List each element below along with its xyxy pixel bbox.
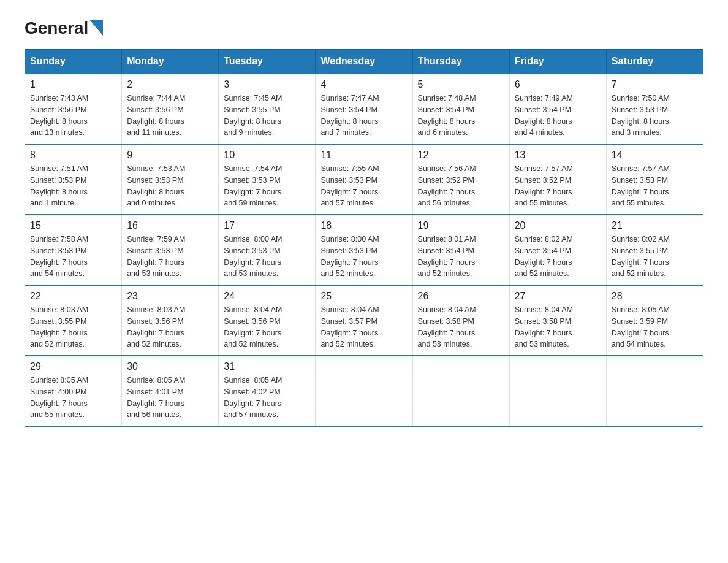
- day-info: Sunrise: 7:58 AM Sunset: 3:53 PM Dayligh…: [30, 234, 116, 280]
- day-info: Sunrise: 8:05 AM Sunset: 4:02 PM Dayligh…: [224, 375, 310, 421]
- day-info: Sunrise: 8:02 AM Sunset: 3:54 PM Dayligh…: [515, 234, 601, 280]
- calendar-cell: 25Sunrise: 8:04 AM Sunset: 3:57 PM Dayli…: [316, 285, 412, 356]
- day-number: 10: [224, 150, 310, 161]
- day-number: 20: [515, 220, 601, 231]
- calendar-cell: 15Sunrise: 7:58 AM Sunset: 3:53 PM Dayli…: [25, 215, 122, 285]
- calendar-cell: 12Sunrise: 7:56 AM Sunset: 3:52 PM Dayli…: [412, 144, 509, 215]
- calendar-week-row: 15Sunrise: 7:58 AM Sunset: 3:53 PM Dayli…: [25, 215, 703, 285]
- svg-marker-0: [89, 20, 103, 36]
- day-info: Sunrise: 7:51 AM Sunset: 3:53 PM Dayligh…: [30, 163, 116, 209]
- day-info: Sunrise: 7:45 AM Sunset: 3:55 PM Dayligh…: [224, 93, 310, 139]
- col-header-sunday: Sunday: [25, 50, 122, 74]
- col-header-wednesday: Wednesday: [316, 50, 412, 74]
- day-info: Sunrise: 7:50 AM Sunset: 3:53 PM Dayligh…: [612, 93, 698, 139]
- day-info: Sunrise: 7:53 AM Sunset: 3:53 PM Dayligh…: [127, 163, 213, 209]
- day-info: Sunrise: 8:05 AM Sunset: 4:00 PM Dayligh…: [30, 375, 116, 421]
- calendar-cell: 20Sunrise: 8:02 AM Sunset: 3:54 PM Dayli…: [509, 215, 606, 285]
- day-info: Sunrise: 7:44 AM Sunset: 3:56 PM Dayligh…: [127, 93, 213, 139]
- day-number: 13: [515, 150, 601, 161]
- calendar-cell: [412, 356, 509, 426]
- day-number: 30: [127, 361, 213, 372]
- day-info: Sunrise: 8:01 AM Sunset: 3:54 PM Dayligh…: [418, 234, 504, 280]
- day-number: 24: [224, 291, 310, 302]
- logo: General: [25, 18, 103, 37]
- calendar-cell: 10Sunrise: 7:54 AM Sunset: 3:53 PM Dayli…: [219, 144, 316, 215]
- calendar-cell: 30Sunrise: 8:05 AM Sunset: 4:01 PM Dayli…: [122, 356, 219, 426]
- day-info: Sunrise: 8:04 AM Sunset: 3:56 PM Dayligh…: [224, 304, 310, 350]
- calendar-table: SundayMondayTuesdayWednesdayThursdayFrid…: [25, 49, 703, 427]
- day-info: Sunrise: 7:57 AM Sunset: 3:53 PM Dayligh…: [612, 163, 698, 209]
- day-number: 14: [612, 150, 698, 161]
- day-info: Sunrise: 8:05 AM Sunset: 3:59 PM Dayligh…: [612, 304, 698, 350]
- day-number: 29: [30, 361, 116, 372]
- day-info: Sunrise: 7:56 AM Sunset: 3:52 PM Dayligh…: [418, 163, 504, 209]
- calendar-cell: 6Sunrise: 7:49 AM Sunset: 3:54 PM Daylig…: [509, 74, 606, 144]
- day-number: 27: [515, 291, 601, 302]
- calendar-cell: [509, 356, 606, 426]
- day-number: 4: [320, 79, 407, 90]
- calendar-cell: 27Sunrise: 8:04 AM Sunset: 3:58 PM Dayli…: [509, 285, 606, 356]
- logo-general: General: [25, 20, 88, 37]
- calendar-cell: 29Sunrise: 8:05 AM Sunset: 4:00 PM Dayli…: [25, 356, 122, 426]
- day-info: Sunrise: 7:59 AM Sunset: 3:53 PM Dayligh…: [127, 234, 213, 280]
- day-number: 19: [418, 220, 504, 231]
- calendar-cell: 28Sunrise: 8:05 AM Sunset: 3:59 PM Dayli…: [606, 285, 703, 356]
- calendar-cell: [316, 356, 412, 426]
- day-number: 9: [127, 150, 213, 161]
- day-number: 1: [30, 79, 116, 90]
- day-info: Sunrise: 8:02 AM Sunset: 3:55 PM Dayligh…: [612, 234, 698, 280]
- page-header: General: [25, 18, 703, 37]
- calendar-cell: 21Sunrise: 8:02 AM Sunset: 3:55 PM Dayli…: [606, 215, 703, 285]
- day-number: 28: [612, 291, 698, 302]
- day-number: 21: [612, 220, 698, 231]
- day-info: Sunrise: 8:04 AM Sunset: 3:57 PM Dayligh…: [320, 304, 407, 350]
- calendar-week-row: 1Sunrise: 7:43 AM Sunset: 3:56 PM Daylig…: [25, 74, 703, 144]
- day-number: 16: [127, 220, 213, 231]
- calendar-cell: 14Sunrise: 7:57 AM Sunset: 3:53 PM Dayli…: [606, 144, 703, 215]
- day-info: Sunrise: 7:54 AM Sunset: 3:53 PM Dayligh…: [224, 163, 310, 209]
- calendar-cell: 11Sunrise: 7:55 AM Sunset: 3:53 PM Dayli…: [316, 144, 412, 215]
- calendar-cell: 31Sunrise: 8:05 AM Sunset: 4:02 PM Dayli…: [219, 356, 316, 426]
- day-number: 17: [224, 220, 310, 231]
- day-info: Sunrise: 8:03 AM Sunset: 3:56 PM Dayligh…: [127, 304, 213, 350]
- day-info: Sunrise: 7:57 AM Sunset: 3:52 PM Dayligh…: [515, 163, 601, 209]
- day-number: 12: [418, 150, 504, 161]
- calendar-cell: 19Sunrise: 8:01 AM Sunset: 3:54 PM Dayli…: [412, 215, 509, 285]
- day-info: Sunrise: 8:00 AM Sunset: 3:53 PM Dayligh…: [320, 234, 407, 280]
- calendar-cell: 3Sunrise: 7:45 AM Sunset: 3:55 PM Daylig…: [219, 74, 316, 144]
- calendar-cell: 24Sunrise: 8:04 AM Sunset: 3:56 PM Dayli…: [219, 285, 316, 356]
- calendar-cell: 17Sunrise: 8:00 AM Sunset: 3:53 PM Dayli…: [219, 215, 316, 285]
- calendar-cell: 13Sunrise: 7:57 AM Sunset: 3:52 PM Dayli…: [509, 144, 606, 215]
- col-header-friday: Friday: [509, 50, 606, 74]
- day-info: Sunrise: 8:03 AM Sunset: 3:55 PM Dayligh…: [30, 304, 116, 350]
- calendar-cell: 22Sunrise: 8:03 AM Sunset: 3:55 PM Dayli…: [25, 285, 122, 356]
- day-info: Sunrise: 8:04 AM Sunset: 3:58 PM Dayligh…: [418, 304, 504, 350]
- col-header-monday: Monday: [122, 50, 219, 74]
- calendar-cell: 23Sunrise: 8:03 AM Sunset: 3:56 PM Dayli…: [122, 285, 219, 356]
- day-number: 8: [30, 150, 116, 161]
- calendar-week-row: 22Sunrise: 8:03 AM Sunset: 3:55 PM Dayli…: [25, 285, 703, 356]
- calendar-cell: 2Sunrise: 7:44 AM Sunset: 3:56 PM Daylig…: [122, 74, 219, 144]
- day-number: 15: [30, 220, 116, 231]
- day-info: Sunrise: 8:05 AM Sunset: 4:01 PM Dayligh…: [127, 375, 213, 421]
- day-number: 5: [418, 79, 504, 90]
- day-number: 2: [127, 79, 213, 90]
- calendar-cell: 16Sunrise: 7:59 AM Sunset: 3:53 PM Dayli…: [122, 215, 219, 285]
- calendar-cell: 5Sunrise: 7:48 AM Sunset: 3:54 PM Daylig…: [412, 74, 509, 144]
- day-info: Sunrise: 7:47 AM Sunset: 3:54 PM Dayligh…: [320, 93, 407, 139]
- calendar-week-row: 8Sunrise: 7:51 AM Sunset: 3:53 PM Daylig…: [25, 144, 703, 215]
- calendar-cell: 4Sunrise: 7:47 AM Sunset: 3:54 PM Daylig…: [316, 74, 412, 144]
- day-info: Sunrise: 7:43 AM Sunset: 3:56 PM Dayligh…: [30, 93, 116, 139]
- day-number: 6: [515, 79, 601, 90]
- day-info: Sunrise: 8:04 AM Sunset: 3:58 PM Dayligh…: [515, 304, 601, 350]
- calendar-cell: 9Sunrise: 7:53 AM Sunset: 3:53 PM Daylig…: [122, 144, 219, 215]
- day-number: 3: [224, 79, 310, 90]
- day-info: Sunrise: 8:00 AM Sunset: 3:53 PM Dayligh…: [224, 234, 310, 280]
- day-info: Sunrise: 7:48 AM Sunset: 3:54 PM Dayligh…: [418, 93, 504, 139]
- day-info: Sunrise: 7:55 AM Sunset: 3:53 PM Dayligh…: [320, 163, 407, 209]
- calendar-header-row: SundayMondayTuesdayWednesdayThursdayFrid…: [25, 50, 703, 74]
- day-number: 25: [320, 291, 407, 302]
- calendar-cell: 1Sunrise: 7:43 AM Sunset: 3:56 PM Daylig…: [25, 74, 122, 144]
- col-header-thursday: Thursday: [412, 50, 509, 74]
- logo-arrow-icon: [89, 20, 103, 36]
